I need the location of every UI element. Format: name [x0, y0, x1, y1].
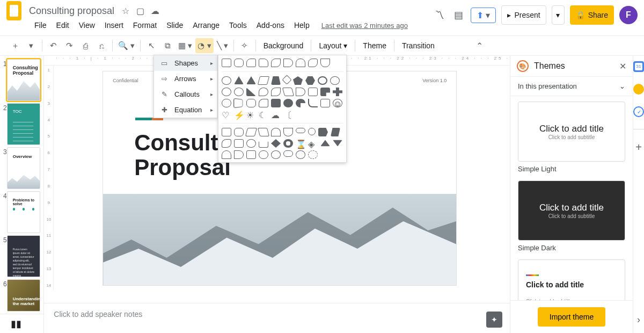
theme-button[interactable]: Theme — [358, 41, 391, 50]
activity-icon[interactable]: 〽 — [433, 8, 447, 23]
shape-flow7[interactable] — [296, 128, 305, 133]
shape-fold[interactable] — [259, 99, 268, 107]
redo-button[interactable]: ↷ — [62, 38, 77, 53]
shape-flow24[interactable] — [259, 150, 268, 159]
shape-flow22[interactable] — [234, 150, 244, 159]
comments-icon[interactable]: ▤ — [452, 7, 465, 23]
shape-flow18[interactable]: ◈ — [308, 139, 318, 148]
shape-triangle[interactable] — [234, 76, 244, 84]
import-theme-button[interactable]: Import theme — [538, 307, 605, 327]
shape-flow2[interactable] — [234, 128, 244, 136]
shape-roundside[interactable] — [283, 59, 293, 67]
shape-bracket[interactable]: 〔 — [283, 110, 293, 119]
shape-snipdiag[interactable] — [271, 59, 281, 67]
shape-flow25[interactable] — [271, 150, 281, 159]
shape-flow15[interactable] — [271, 139, 281, 148]
background-button[interactable]: Background — [259, 41, 308, 50]
menu-slide[interactable]: Slide — [162, 20, 187, 31]
shape-flow6[interactable] — [283, 128, 293, 136]
shape-roundtop[interactable] — [296, 59, 305, 67]
shape-arc[interactable] — [308, 99, 318, 107]
speaker-notes[interactable]: Click to add speaker notes ✦ — [44, 303, 510, 333]
thumbnail-slide-2[interactable]: TOC — [7, 103, 41, 145]
shape-menu-equation[interactable]: ✚Equation▸ — [154, 102, 217, 118]
new-slide-button[interactable]: ＋ — [8, 38, 23, 53]
zoom-button[interactable]: 🔍 ▾ — [116, 38, 137, 53]
shape-flow23[interactable] — [246, 150, 256, 159]
shape-circle10[interactable] — [222, 88, 231, 96]
thumbnail-slide-6[interactable]: Understanding the market — [7, 279, 41, 312]
last-edit-link[interactable]: Last edit was 2 minutes ago — [321, 21, 408, 30]
shape-solid[interactable] — [271, 99, 281, 107]
account-avatar[interactable]: F — [619, 6, 638, 24]
shape-lshape[interactable] — [320, 88, 330, 96]
shape-flow4[interactable] — [258, 128, 269, 136]
shape-flow3[interactable] — [245, 128, 257, 136]
share-button[interactable]: 🔒 Share — [570, 5, 614, 25]
close-themes-icon[interactable]: ✕ — [619, 61, 626, 71]
shape-pent[interactable] — [293, 76, 303, 85]
menu-file[interactable]: File — [30, 20, 51, 31]
shape-circle12[interactable] — [234, 88, 244, 96]
shape-pie[interactable] — [296, 99, 305, 107]
shape-menu-shapes[interactable]: ▭Shapes▸ — [154, 55, 217, 71]
shape-plus[interactable] — [333, 88, 342, 96]
present-button[interactable]: ▸ Present — [501, 5, 546, 25]
shape-flow9[interactable] — [318, 128, 328, 136]
shape-flow19[interactable] — [320, 140, 330, 147]
shape-flow17[interactable]: ⌛ — [296, 139, 305, 148]
menu-insert[interactable]: Insert — [100, 20, 128, 31]
shape-rtri[interactable] — [246, 76, 256, 84]
menu-view[interactable]: View — [75, 20, 99, 31]
shape-diamond[interactable] — [282, 75, 291, 84]
shape-flow27[interactable] — [296, 150, 305, 159]
calendar-icon[interactable]: 31 — [633, 61, 644, 72]
new-slide-dropdown[interactable]: ▾ — [24, 38, 39, 53]
tasks-icon[interactable]: ✓ — [633, 106, 644, 117]
shape-menu-callouts[interactable]: ✎Callouts▸ — [154, 86, 217, 102]
shape-oval[interactable] — [222, 76, 231, 85]
shape-hex[interactable] — [305, 76, 315, 85]
shape-para[interactable] — [258, 76, 269, 85]
comment-tool[interactable]: ✧ — [237, 38, 252, 53]
shape-flow12[interactable] — [234, 139, 244, 148]
collapse-toolbar-icon[interactable]: ⌃ — [476, 41, 483, 51]
theme-card-streamline[interactable]: Click to add title Click to add subtitle — [518, 259, 625, 300]
shape-block[interactable] — [320, 99, 330, 107]
shape-trap[interactable] — [271, 76, 281, 85]
shape-moon[interactable]: ☾ — [259, 110, 268, 119]
thumbnail-slide-5[interactable]: Purus lorem ipsum dolor sit amet, consec… — [7, 235, 41, 277]
textbox-tool[interactable]: ⧉ — [160, 38, 175, 53]
filmstrip-view-icon[interactable]: ▮▮ — [11, 318, 21, 330]
print-button[interactable]: ⎙ — [78, 38, 93, 53]
menu-addons[interactable]: Add-ons — [252, 20, 289, 31]
shape-flow1[interactable] — [222, 128, 231, 136]
shape-cube[interactable] — [233, 98, 243, 108]
shape-chord[interactable] — [271, 88, 281, 96]
line-tool[interactable]: ╲ ▾ — [215, 38, 230, 53]
layout-button[interactable]: Layout ▾ — [314, 41, 352, 50]
hide-sidepanel-icon[interactable]: › — [637, 314, 640, 325]
shape-flow5[interactable] — [271, 128, 281, 136]
shape-donut[interactable] — [283, 99, 293, 107]
menu-arrange[interactable]: Arrange — [188, 20, 224, 31]
shape-roundrect[interactable] — [234, 59, 244, 67]
transition-button[interactable]: Transition — [398, 41, 439, 50]
shape-menu-arrows[interactable]: ⇨Arrows▸ — [154, 71, 217, 86]
shape-snip1[interactable] — [246, 59, 256, 67]
document-name[interactable]: Consulting proposal — [29, 5, 114, 17]
paint-format-button[interactable]: ⎌ — [94, 38, 109, 53]
shape-tear[interactable] — [259, 88, 268, 96]
shape-sun[interactable]: ☀ — [246, 110, 256, 119]
slides-logo[interactable] — [6, 1, 21, 20]
shape-roundbot[interactable] — [320, 59, 330, 67]
image-tool[interactable]: ▦ ▾ — [176, 38, 194, 53]
thumbnail-slide-1[interactable]: Consulting Proposal — [7, 59, 41, 101]
thumbnail-slide-3[interactable]: Overview — [7, 147, 41, 189]
present-options-button[interactable]: ▾ — [552, 5, 565, 25]
shape-rtriangle2[interactable] — [246, 88, 256, 96]
shape-flow11[interactable] — [222, 139, 231, 148]
shape-flow28[interactable] — [308, 150, 318, 159]
shape-frame[interactable] — [308, 88, 318, 96]
move-icon[interactable]: ▢ — [136, 6, 144, 16]
